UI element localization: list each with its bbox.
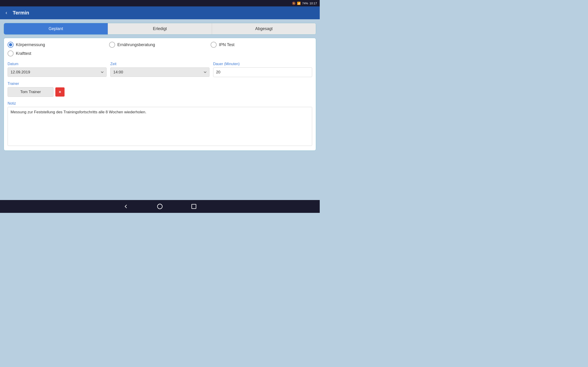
radio-circle-koerpermessung — [8, 42, 14, 48]
status-icons: 🔕 📶 74% 10:17 — [292, 2, 317, 5]
dauer-group: Dauer (Minuten) — [213, 62, 312, 77]
notiz-section: Notiz Messung zur Feststellung des Train… — [8, 101, 312, 147]
page-title: Termin — [13, 10, 29, 16]
svg-point-0 — [157, 204, 162, 209]
time-display: 10:17 — [309, 2, 317, 5]
trainer-delete-button[interactable]: × — [55, 87, 65, 97]
radio-circle-ipntest — [211, 42, 216, 48]
zeit-select[interactable]: 14:00 — [110, 67, 209, 77]
recent-nav-icon — [191, 203, 197, 210]
home-nav-icon — [157, 203, 163, 210]
radio-label-krafttest: Krafttest — [16, 51, 31, 56]
trainer-section: Trainer Tom Trainer × — [8, 82, 312, 97]
trainer-select-button[interactable]: Tom Trainer — [8, 87, 53, 97]
trainer-row: Tom Trainer × — [8, 87, 312, 97]
nav-recent-button[interactable] — [191, 203, 197, 210]
radio-label-ernaehrungsberatung: Ernährungsberatung — [117, 42, 155, 47]
mute-icon: 🔕 — [292, 2, 296, 5]
back-button[interactable]: ‹ — [4, 9, 9, 17]
nav-back-button[interactable] — [123, 203, 129, 210]
svg-rect-1 — [192, 204, 196, 209]
status-bar: 🔕 📶 74% 10:17 — [0, 0, 320, 6]
tab-erledigt[interactable]: Erledigt — [108, 23, 212, 34]
zeit-group: Zeit 14:00 — [110, 62, 209, 77]
radio-circle-krafttest — [8, 50, 14, 56]
radio-label-ipntest: IPN Test — [219, 42, 234, 47]
radio-koerpermessung[interactable]: Körpermessung — [8, 42, 109, 48]
radio-circle-ernaehrungsberatung — [109, 42, 115, 48]
dauer-label: Dauer (Minuten) — [213, 62, 312, 66]
tab-geplant[interactable]: Geplant — [4, 23, 108, 34]
wifi-icon: 📶 — [297, 2, 301, 5]
tab-bar: Geplant Erledigt Abgesagt — [4, 23, 316, 35]
datum-select[interactable]: 12.09.2019 — [8, 67, 107, 77]
notiz-label: Notiz — [8, 101, 312, 106]
datum-group: Datum 12.09.2019 — [8, 62, 107, 77]
radio-ernaehrungsberatung[interactable]: Ernährungsberatung — [109, 42, 211, 48]
radio-group: Körpermessung Ernährungsberatung IPN Tes… — [8, 42, 312, 56]
tab-abgesagt[interactable]: Abgesagt — [212, 23, 316, 34]
trainer-label: Trainer — [8, 82, 312, 86]
notiz-textarea[interactable]: Messung zur Feststellung des Trainingsfo… — [8, 107, 312, 146]
form-row-datetime: Datum 12.09.2019 Zeit 14:00 Dauer (Minut… — [8, 62, 312, 77]
nav-home-button[interactable] — [157, 203, 163, 210]
radio-label-koerpermessung: Körpermessung — [16, 42, 45, 47]
radio-krafttest[interactable]: Krafttest — [8, 50, 109, 56]
dauer-input[interactable] — [213, 67, 312, 77]
radio-ipntest[interactable]: IPN Test — [211, 42, 312, 48]
battery-text: 74% — [302, 2, 308, 5]
datum-label: Datum — [8, 62, 107, 66]
form-card: Körpermessung Ernährungsberatung IPN Tes… — [4, 38, 316, 151]
bottom-nav-bar — [0, 200, 320, 213]
nav-bar: ‹ Termin — [0, 6, 320, 19]
main-content: Geplant Erledigt Abgesagt Körpermessung … — [0, 19, 320, 200]
zeit-label: Zeit — [110, 62, 209, 66]
back-nav-icon — [123, 203, 129, 210]
